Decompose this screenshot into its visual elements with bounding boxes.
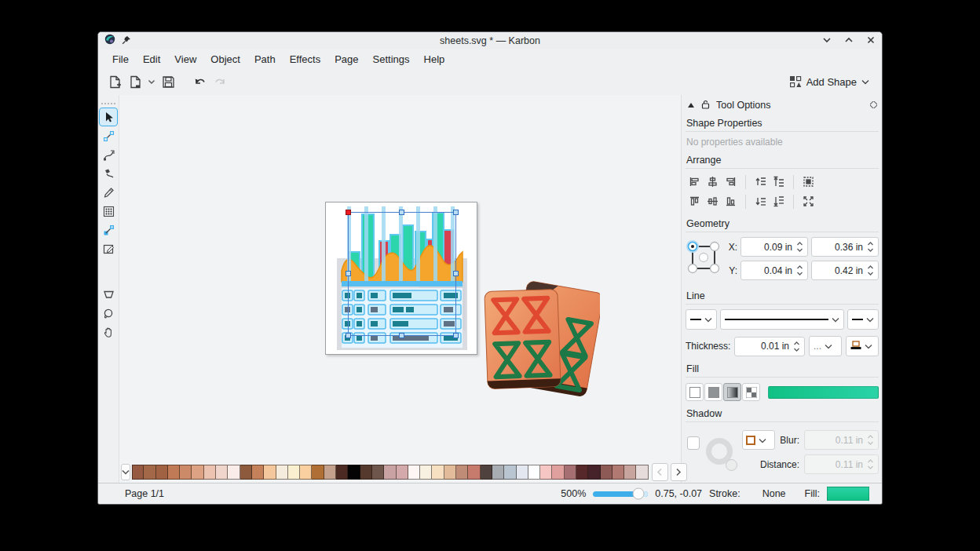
close-button[interactable] — [866, 34, 876, 48]
color-swatch[interactable] — [168, 465, 180, 480]
color-swatch[interactable] — [300, 465, 312, 480]
dock-lock-icon[interactable] — [701, 100, 710, 111]
color-swatch[interactable] — [372, 465, 384, 480]
align-left-icon[interactable] — [686, 173, 704, 190]
color-swatch[interactable] — [432, 465, 444, 480]
align-hcenter-icon[interactable] — [704, 173, 722, 190]
fill-none-button[interactable] — [686, 383, 704, 401]
dock-collapse-icon[interactable] — [687, 100, 695, 111]
minimize-button[interactable] — [822, 34, 832, 48]
selection-handle-top-center[interactable] — [399, 210, 404, 215]
color-swatch[interactable] — [336, 465, 348, 480]
color-swatch[interactable] — [468, 465, 480, 480]
color-swatch[interactable] — [156, 465, 168, 480]
color-swatch[interactable] — [324, 465, 336, 480]
pin-icon[interactable] — [122, 34, 131, 48]
undo-button[interactable] — [189, 71, 210, 92]
menu-item[interactable]: Help — [417, 51, 452, 68]
gradient-edit-tool[interactable] — [100, 221, 117, 239]
pattern-edit-tool[interactable] — [100, 240, 117, 257]
color-swatch[interactable] — [552, 465, 564, 480]
color-swatch[interactable] — [240, 465, 252, 480]
color-swatch[interactable] — [276, 465, 288, 480]
shadow-angle-dial[interactable] — [706, 438, 736, 469]
zoom-tool[interactable] — [100, 305, 117, 322]
path-edit-tool[interactable] — [100, 127, 117, 144]
align-bottom-icon[interactable] — [722, 193, 740, 210]
maximize-button[interactable] — [844, 34, 854, 48]
calligraphy-tool[interactable] — [100, 165, 117, 182]
color-swatch[interactable] — [588, 465, 600, 480]
open-document-button[interactable] — [125, 71, 145, 92]
fill-solid-button[interactable] — [704, 383, 722, 401]
pan-tool[interactable] — [100, 323, 117, 341]
lower-icon[interactable] — [751, 193, 770, 210]
color-swatch[interactable] — [456, 465, 468, 480]
save-button[interactable] — [158, 71, 178, 92]
menu-item[interactable]: Path — [247, 51, 283, 68]
color-swatch[interactable] — [576, 465, 588, 480]
color-swatch[interactable] — [204, 465, 216, 480]
sheets-documents-image[interactable] — [482, 280, 600, 406]
bring-to-front-icon[interactable] — [770, 173, 788, 190]
menu-item[interactable]: Edit — [136, 51, 167, 68]
miter-limit-select[interactable]: ... — [809, 336, 842, 356]
color-swatch[interactable] — [420, 465, 432, 480]
fill-color-swatch[interactable] — [827, 487, 869, 501]
palette-next-button[interactable] — [671, 463, 687, 481]
align-top-icon[interactable] — [686, 193, 704, 210]
y-input[interactable]: 0.04 in — [740, 261, 808, 280]
color-swatch[interactable] — [288, 465, 300, 480]
color-swatch[interactable] — [132, 465, 144, 480]
selection-handle-top-right[interactable] — [453, 210, 459, 215]
color-swatch[interactable] — [228, 465, 240, 480]
color-swatch[interactable] — [216, 465, 228, 480]
width-input[interactable]: 0.36 in — [811, 237, 879, 257]
selection-handle-bottom-center[interactable] — [399, 333, 404, 338]
color-swatch[interactable] — [180, 465, 192, 480]
dock-float-icon[interactable] — [870, 100, 877, 111]
x-input[interactable]: 0.09 in — [740, 237, 808, 257]
color-swatch[interactable] — [444, 465, 456, 480]
line-style-select[interactable] — [720, 309, 844, 330]
color-swatch[interactable] — [264, 465, 276, 480]
send-to-back-icon[interactable] — [770, 193, 788, 210]
fill-gradient-preview[interactable] — [768, 386, 879, 399]
group-icon[interactable] — [799, 173, 817, 190]
align-vcenter-icon[interactable] — [704, 193, 722, 210]
ungroup-icon[interactable] — [799, 193, 817, 210]
menu-item[interactable]: Effects — [283, 51, 328, 68]
color-swatch[interactable] — [384, 465, 396, 480]
menu-item[interactable]: File — [105, 51, 136, 68]
pattern-grid-tool[interactable] — [100, 203, 117, 220]
color-swatch[interactable] — [517, 465, 528, 480]
selection-handle-middle-right[interactable] — [453, 271, 459, 276]
color-swatch[interactable] — [624, 465, 636, 480]
fill-gradient-button[interactable] — [723, 383, 741, 401]
line-cap-select[interactable] — [846, 336, 879, 356]
selection-handle-bottom-left[interactable] — [346, 333, 351, 338]
color-swatch[interactable] — [144, 465, 155, 480]
menu-item[interactable]: Settings — [366, 51, 417, 68]
open-dropdown-chevron[interactable] — [145, 71, 158, 92]
align-right-icon[interactable] — [722, 173, 740, 190]
height-input[interactable]: 0.42 in — [811, 261, 879, 280]
color-swatch[interactable] — [252, 465, 264, 480]
raise-icon[interactable] — [751, 173, 770, 190]
menu-item[interactable]: View — [167, 51, 203, 68]
anchor-point-selector[interactable] — [686, 239, 722, 278]
thickness-input[interactable]: 0.01 in — [734, 337, 805, 356]
selection-rectangle[interactable] — [348, 212, 456, 336]
palette-expand-button[interactable] — [121, 464, 130, 480]
color-swatch[interactable] — [408, 465, 420, 480]
color-swatch[interactable] — [636, 465, 648, 480]
color-swatch[interactable] — [540, 465, 552, 480]
titlebar[interactable]: sheets.svg * — Karbon — [98, 32, 882, 49]
add-shape-button[interactable]: Add Shape — [783, 72, 876, 91]
pencil-tool[interactable] — [100, 184, 117, 201]
fill-pattern-button[interactable] — [742, 383, 760, 401]
shadow-color-select[interactable] — [742, 430, 775, 450]
color-swatch[interactable] — [601, 465, 612, 480]
selection-handle-bottom-right[interactable] — [453, 333, 459, 338]
selection-handle-middle-left[interactable] — [346, 271, 351, 276]
